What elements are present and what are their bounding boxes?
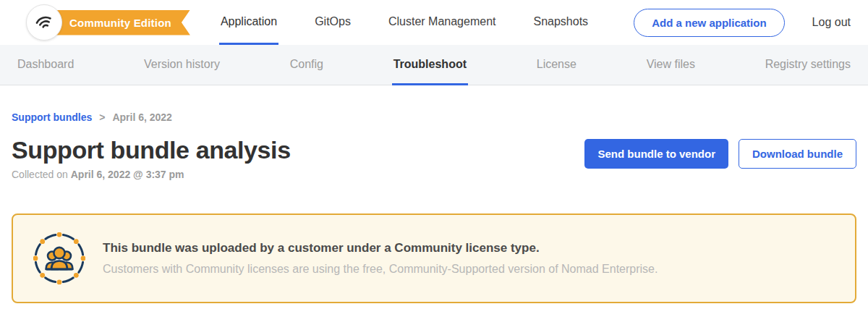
community-edition-badge: Community Edition [51, 10, 190, 35]
app-sub-nav: Dashboard Version history Config Trouble… [0, 45, 868, 85]
top-nav: Application GitOps Cluster Management Sn… [219, 0, 590, 45]
header-actions: Send bundle to vendor Download bundle [584, 139, 856, 169]
community-license-banner: This bundle was uploaded by a customer u… [12, 214, 856, 303]
page-title: Support bundle analysis [12, 136, 291, 164]
subnav-version-history[interactable]: Version history [142, 45, 221, 85]
subnav-dashboard[interactable]: Dashboard [16, 45, 75, 85]
top-bar-right: Add a new application Log out [634, 9, 851, 37]
subnav-view-files[interactable]: View files [645, 45, 697, 85]
breadcrumb-support-bundles-link[interactable]: Support bundles [12, 111, 92, 123]
send-bundle-to-vendor-button[interactable]: Send bundle to vendor [584, 139, 728, 169]
breadcrumb-current: April 6, 2022 [112, 111, 172, 123]
top-bar: Community Edition Application GitOps Clu… [0, 0, 868, 45]
top-nav-snapshots[interactable]: Snapshots [532, 0, 590, 45]
collected-timestamp: Collected on April 6, 2022 @ 3:37 pm [12, 169, 291, 180]
logo-icon [33, 11, 56, 35]
banner-text: This bundle was uploaded by a customer u… [103, 241, 658, 276]
top-nav-gitops[interactable]: GitOps [313, 0, 352, 45]
download-bundle-button[interactable]: Download bundle [739, 139, 856, 169]
subnav-license[interactable]: License [535, 45, 578, 85]
subnav-registry-settings[interactable]: Registry settings [764, 45, 852, 85]
subnav-config[interactable]: Config [289, 45, 325, 85]
logout-link[interactable]: Log out [812, 16, 851, 29]
collected-date: April 6, 2022 @ 3:37 pm [71, 169, 184, 180]
page-header-left: Support bundle analysis Collected on Apr… [12, 136, 291, 180]
community-people-icon [33, 232, 85, 284]
page-header: Support bundle analysis Collected on Apr… [12, 136, 856, 180]
replicated-logo[interactable] [26, 4, 62, 41]
brand: Community Edition [26, 4, 190, 41]
add-new-application-button[interactable]: Add a new application [634, 9, 784, 37]
breadcrumb-separator: > [99, 111, 105, 123]
banner-title: This bundle was uploaded by a customer u… [103, 241, 658, 255]
top-nav-cluster-management[interactable]: Cluster Management [387, 0, 498, 45]
banner-subtitle: Customers with Community licenses are us… [103, 263, 658, 276]
collected-prefix: Collected on [12, 169, 68, 180]
page-content: Support bundles > April 6, 2022 Support … [0, 111, 868, 303]
subnav-troubleshoot[interactable]: Troubleshoot [392, 45, 468, 85]
top-nav-application[interactable]: Application [219, 0, 278, 45]
breadcrumb: Support bundles > April 6, 2022 [12, 111, 856, 123]
